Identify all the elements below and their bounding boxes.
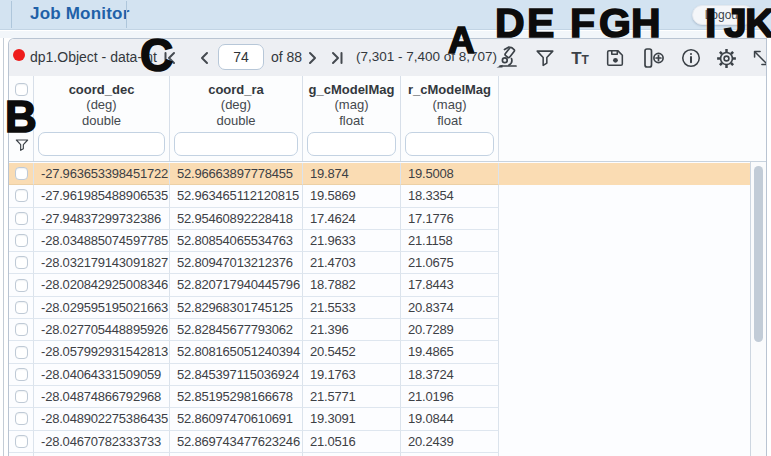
page-total-label: of 88 [271,49,302,65]
filter-row-funnel-icon[interactable] [14,137,30,153]
cell-g_cModelMag: 21.0516 [303,431,401,453]
row-checkbox[interactable] [15,256,28,269]
row-filler [499,408,750,430]
cell-r_cModelMag: 21.0196 [401,386,499,408]
add-column-icon [640,47,666,69]
add-column-button[interactable] [637,44,669,72]
row-checkbox[interactable] [15,412,28,425]
cell-coord_dec: -27.961985488906535 [34,185,170,207]
row-filler [499,319,750,341]
first-page-button[interactable] [162,49,180,66]
table-row[interactable]: -28.02770544889592652.8284567779306221.3… [9,319,750,341]
cell-coord_ra: 52.80854065534763 [170,230,303,252]
table-row[interactable]: -27.96198548890653552.96346511212081519.… [9,185,750,207]
row-checkbox[interactable] [15,368,28,381]
previous-page-button[interactable] [197,49,215,66]
next-page-button[interactable] [304,49,322,66]
row-checkbox[interactable] [15,323,28,336]
column-header-g_cModelMag[interactable]: g_cModelMag (mag) float [303,76,401,161]
row-filler [499,252,750,274]
table-row[interactable]: -27.96365339845172252.9666389777845519.8… [9,163,750,185]
text-view-button[interactable]: TT [567,44,593,72]
table-row[interactable]: -28.03488507459778552.8085406553476321.9… [9,230,750,252]
select-all-checkbox[interactable] [15,83,28,96]
row-filler [499,341,750,363]
logout-button[interactable]: Logout [692,5,754,25]
row-checkbox[interactable] [15,234,28,247]
row-filler [499,163,750,185]
table-row[interactable]: -28.02959519502166352.8296830174512521.5… [9,297,750,319]
table-toolbar: dp1.Object - data-int of 88 [9,39,766,76]
table-row[interactable]: -28.05799293154281352.80816505124039420.… [9,341,750,363]
column-header-coord_ra[interactable]: coord_ra (deg) double [170,76,303,161]
table-row[interactable]: -28.0487486679296852.8519529816667821.57… [9,386,750,408]
table-row[interactable]: -28.0467078233373352.86974347762324621.0… [9,431,750,453]
filter-input-g_cModelMag[interactable] [307,132,396,156]
filter-input-coord_ra[interactable] [174,132,298,156]
scrollbar-thumb[interactable] [754,166,763,342]
header-filler [499,76,766,161]
table-row[interactable]: -28.04890227538643552.8609747061069119.3… [9,408,750,430]
row-filler [499,274,750,296]
row-filler [499,208,750,230]
cell-coord_dec: -28.020842925008346 [34,274,170,296]
row-checkbox[interactable] [15,167,28,180]
filter-input-coord_dec[interactable] [38,132,165,156]
cell-coord_ra: 52.82968301745125 [170,297,303,319]
save-button[interactable] [602,44,628,72]
text-view-icon: TT [571,50,589,67]
table-row[interactable]: -28.02084292500834652.82071794044579618.… [9,274,750,296]
cell-coord_ra: 52.808165051240394 [170,341,303,363]
close-table-dot-icon[interactable] [13,49,25,61]
row-checkbox-cell [9,230,34,252]
cell-r_cModelMag: 20.7289 [401,319,499,341]
filter-button[interactable] [532,44,558,72]
table-row[interactable]: -28.0406433150905952.84539711503692419.1… [9,364,750,386]
microscope-icon [494,45,520,71]
cell-coord_dec: -28.029595195021663 [34,297,170,319]
last-page-button[interactable] [329,49,347,66]
row-filler [499,297,750,319]
cell-coord_dec: -27.94837299732386 [34,208,170,230]
cell-r_cModelMag: 21.0675 [401,252,499,274]
row-checkbox[interactable] [15,212,28,225]
row-checkbox[interactable] [15,435,28,448]
microscope-button[interactable] [491,44,523,72]
save-icon [604,47,626,69]
expand-button[interactable] [748,44,767,72]
page-number-input[interactable] [218,44,264,70]
cell-r_cModelMag: 17.8443 [401,274,499,296]
row-checkbox-cell [9,431,34,453]
settings-button[interactable] [713,44,739,72]
tab-job-monitor[interactable]: Job Monitor [30,4,129,24]
info-icon [680,47,702,69]
row-checkbox-cell [9,274,34,296]
row-checkbox[interactable] [15,279,28,292]
table-body: -27.96365339845172252.9666389777845519.8… [9,162,766,456]
column-header-r_cModelMag[interactable]: r_cModelMag (mag) float [401,76,499,161]
cell-g_cModelMag: 17.4624 [303,208,401,230]
row-checkbox[interactable] [15,390,28,403]
table-row[interactable]: -28.03217914309182752.8094701321237621.4… [9,252,750,274]
gear-icon [715,47,738,70]
row-checkbox-cell [9,341,34,363]
info-button[interactable] [678,44,704,72]
row-checkbox[interactable] [15,301,28,314]
row-checkbox[interactable] [15,346,28,359]
row-checkbox[interactable] [15,189,28,202]
vertical-scrollbar[interactable] [750,162,766,456]
table-row[interactable]: -27.9483729973238652.9546089222841817.46… [9,208,750,230]
cell-g_cModelMag: 19.1763 [303,364,401,386]
cell-g_cModelMag: 19.5869 [303,185,401,207]
cell-coord_dec: -28.034885074597785 [34,230,170,252]
cell-coord_ra: 52.845397115036924 [170,364,303,386]
filter-input-r_cModelMag[interactable] [405,132,494,156]
cell-coord_dec: -27.963653398451722 [34,163,170,185]
cell-coord_ra: 52.85195298166678 [170,386,303,408]
column-header-coord_dec[interactable]: coord_dec (deg) double [34,76,170,161]
row-checkbox-cell [9,185,34,207]
previous-page-icon [197,50,213,66]
cell-coord_ra: 52.80947013212376 [170,252,303,274]
app-root: Job Monitor Logout dp1.Object - data-int… [0,0,771,456]
left-panel-splitter[interactable] [3,38,4,456]
